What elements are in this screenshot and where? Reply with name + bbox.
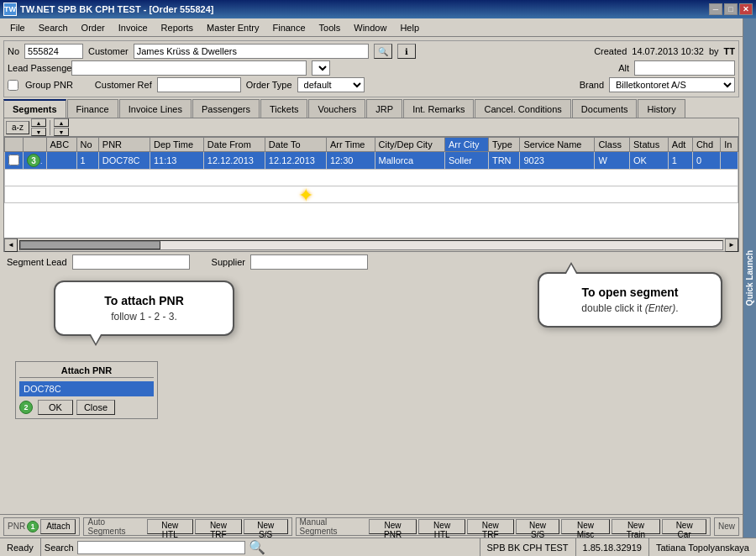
nav-down-button[interactable]: ▼: [54, 128, 69, 136]
tab-finance[interactable]: Finance: [67, 99, 118, 118]
close-button[interactable]: ✕: [739, 3, 753, 15]
attach-button[interactable]: Attach: [40, 519, 76, 534]
tab-segments[interactable]: Segments: [3, 99, 66, 118]
new-ss-auto-button[interactable]: New S/S: [244, 519, 288, 534]
col-no[interactable]: No: [76, 138, 98, 152]
tab-jrp[interactable]: JRP: [366, 99, 402, 118]
brand-select[interactable]: Billetkontoret A/S: [609, 77, 735, 92]
title-bar: TW TW.NET SPB BK CPH TEST - [Order 55582…: [0, 0, 756, 18]
menu-reports[interactable]: Reports: [155, 21, 201, 34]
menu-search[interactable]: Search: [32, 21, 75, 34]
customer-search-button[interactable]: 🔍: [374, 44, 392, 59]
new-trf-auto-button[interactable]: New TRF: [195, 519, 242, 534]
new-htl-auto-button[interactable]: New HTL: [147, 519, 193, 534]
maximize-button[interactable]: □: [724, 3, 738, 15]
lead-passenger-dropdown[interactable]: [312, 60, 330, 76]
tab-tickets[interactable]: Tickets: [260, 99, 307, 118]
new-ss-manual-button[interactable]: New S/S: [516, 519, 560, 534]
menu-master-entry[interactable]: Master Entry: [200, 21, 265, 34]
ready-label: Ready: [7, 543, 34, 553]
col-type[interactable]: Type: [488, 138, 519, 152]
col-indicator: [24, 138, 47, 152]
new-pnr-button[interactable]: New PNR: [369, 519, 417, 534]
server-info: SPB BK CPH TEST: [487, 543, 569, 553]
col-date-to[interactable]: Date To: [265, 138, 326, 152]
col-abc[interactable]: ABC: [46, 138, 76, 152]
new-train-button[interactable]: New Train: [612, 519, 661, 534]
search-icon[interactable]: 🔍: [249, 539, 265, 555]
col-pnr[interactable]: PNR: [98, 138, 150, 152]
lead-passenger-input[interactable]: [71, 60, 307, 76]
new-htl-manual-button[interactable]: New HTL: [418, 519, 465, 534]
menu-help[interactable]: Help: [393, 21, 426, 34]
quick-launch-panel[interactable]: Quick Launch: [743, 18, 756, 538]
sort-up-button[interactable]: ▲: [31, 118, 46, 127]
menu-window[interactable]: Window: [347, 21, 393, 34]
tab-vouchers[interactable]: Vouchers: [308, 99, 365, 118]
lead-passenger-label: Lead Passenger: [8, 63, 66, 73]
quick-launch-label[interactable]: Quick Launch: [745, 247, 754, 309]
menu-invoice[interactable]: Invoice: [112, 21, 155, 34]
tab-history[interactable]: History: [638, 99, 685, 118]
new-misc-button[interactable]: New Misc: [561, 519, 609, 534]
row-adt: 1: [668, 152, 692, 170]
ok-button[interactable]: OK: [38, 400, 73, 415]
order-number-input[interactable]: [24, 44, 83, 59]
status-search-input[interactable]: [77, 541, 245, 554]
bottom-toolbar: PNR 1 Attach Auto Segments New HTL New T…: [0, 514, 743, 538]
tab-cancel-conditions[interactable]: Cancel. Conditions: [475, 99, 570, 118]
row-checkbox[interactable]: [5, 152, 24, 170]
sort-az-button[interactable]: a-z: [6, 121, 29, 134]
col-dep-time[interactable]: Dep Time: [150, 138, 203, 152]
nav-up-button[interactable]: ▲: [54, 118, 69, 127]
tab-invoice-lines[interactable]: Invoice Lines: [119, 99, 192, 118]
new-trf-manual-button[interactable]: New TRF: [467, 519, 514, 534]
scroll-right-button[interactable]: ►: [725, 239, 738, 252]
horizontal-scrollbar[interactable]: ◄ ►: [4, 238, 738, 251]
segment-lead-input[interactable]: [72, 254, 190, 270]
menu-finance[interactable]: Finance: [265, 21, 312, 34]
open-segment-tooltip-title: To open segment: [554, 286, 706, 299]
col-city-dep[interactable]: City/Dep City: [375, 138, 444, 152]
alt-input[interactable]: [634, 60, 735, 76]
attach-pnr-input[interactable]: [19, 381, 154, 396]
pnr-label: PNR: [8, 522, 25, 531]
order-header: No Customer 🔍 ℹ Created 14.07.2013 10:32…: [3, 40, 739, 97]
menu-order[interactable]: Order: [75, 21, 112, 34]
col-arr-city[interactable]: Arr City: [444, 138, 488, 152]
supplier-input[interactable]: [250, 254, 368, 270]
col-arr-time[interactable]: Arr Time: [326, 138, 375, 152]
row-date-to: 12.12.2013: [265, 152, 326, 170]
scroll-left-button[interactable]: ◄: [4, 239, 18, 252]
col-chd[interactable]: Chd: [692, 138, 720, 152]
col-inf[interactable]: In: [721, 138, 738, 152]
table-row[interactable]: 3. 1 DOC78C 11:13 12.12.2013 12.12.2013 …: [5, 152, 738, 170]
tab-passengers[interactable]: Passengers: [192, 99, 260, 118]
supplier-label: Supplier: [212, 257, 245, 267]
col-date-from[interactable]: Date From: [203, 138, 265, 152]
row-abc: [46, 152, 76, 170]
table-scroll[interactable]: ABC No PNR Dep Time Date From Date To Ar…: [4, 137, 738, 238]
customer-info-button[interactable]: ℹ: [397, 44, 416, 59]
customer-ref-input[interactable]: [157, 77, 241, 92]
col-class[interactable]: Class: [595, 138, 630, 152]
sort-down-button[interactable]: ▼: [31, 128, 46, 136]
tab-int-remarks[interactable]: Int. Remarks: [403, 99, 474, 118]
row-class: W: [595, 152, 630, 170]
order-type-select[interactable]: default: [297, 77, 365, 92]
col-status[interactable]: Status: [630, 138, 669, 152]
by-label: by: [709, 46, 719, 56]
created-label: Created: [594, 46, 627, 56]
menu-tools[interactable]: Tools: [312, 21, 348, 34]
col-adt[interactable]: Adt: [668, 138, 692, 152]
user-info: Tatiana Topolyanskaya: [656, 543, 749, 553]
customer-input[interactable]: [134, 44, 369, 59]
col-service-name[interactable]: Service Name: [520, 138, 595, 152]
new-car-button[interactable]: New Car: [662, 519, 706, 534]
tab-documents[interactable]: Documents: [572, 99, 638, 118]
group-pnr-checkbox[interactable]: [8, 80, 18, 91]
close-button-attach[interactable]: Close: [76, 400, 115, 415]
menu-file[interactable]: File: [3, 21, 32, 34]
row-type: TRN: [488, 152, 519, 170]
minimize-button[interactable]: ─: [709, 3, 722, 15]
